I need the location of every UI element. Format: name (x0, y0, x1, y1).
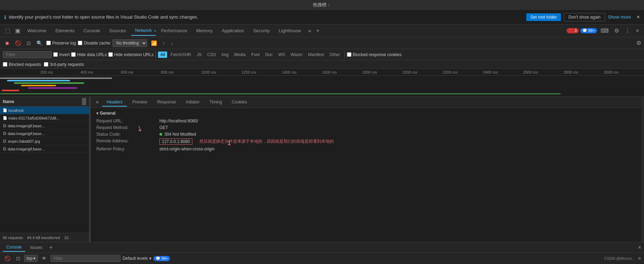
filter-type-wasm[interactable]: Wasm (289, 52, 305, 58)
tab-application[interactable]: Application (218, 26, 248, 35)
search-button[interactable]: 🔍 (35, 39, 44, 47)
add-console-tab-button[interactable]: + (47, 244, 55, 251)
tab-memory[interactable]: Memory (192, 26, 217, 35)
import-button[interactable]: ↑ (161, 39, 167, 47)
item-icon-gif1: 🖼 (3, 124, 6, 128)
eye-button[interactable]: 👁 (40, 255, 48, 262)
disable-cache-input[interactable] (78, 41, 82, 45)
detail-tab-initiator[interactable]: Initiator (181, 98, 204, 107)
referrer-policy-key: Referrer Policy: (96, 147, 159, 151)
tab-console[interactable]: Console (79, 26, 104, 35)
add-tab-button[interactable]: + (314, 26, 321, 35)
filter-type-fetch[interactable]: Fetch/XHR (169, 52, 193, 58)
filter-type-other[interactable]: Other (328, 52, 342, 58)
detail-close-button[interactable]: × (94, 99, 101, 106)
request-item-gif1[interactable]: 🖼 data:image/gif;base... (0, 122, 89, 130)
filter-divider (156, 52, 156, 58)
filter-type-media[interactable]: Media (232, 52, 248, 58)
clear-console-button[interactable]: 🚫 (3, 255, 12, 262)
status-code-key: Status Code: (96, 132, 159, 137)
transferred-size: 84.4 kB transferred (27, 236, 60, 240)
blocked-requests-checkbox[interactable]: Blocked requests (3, 62, 41, 67)
filter-bar: Invert Hide data URLs Hide extension URL… (0, 49, 644, 60)
tab-lighthouse[interactable]: Lighthouse (275, 26, 306, 35)
console-tab-issues[interactable]: Issues (27, 244, 46, 251)
clear-button[interactable]: 🚫 (13, 39, 23, 47)
invert-checkbox[interactable]: Invert (53, 52, 70, 57)
detail-tab-headers[interactable]: Headers (102, 98, 126, 107)
more-options-button[interactable]: ⋮ (623, 26, 632, 35)
console-tab-console[interactable]: Console (3, 243, 25, 252)
filter-type-img[interactable]: Img (219, 52, 231, 58)
detail-tab-timing[interactable]: Timing (205, 98, 226, 107)
blocked-cookies-input[interactable] (347, 52, 351, 57)
dont-show-again-button[interactable]: Don't show again (564, 13, 605, 21)
request-item-index[interactable]: 📄 index.63173af5d269e672d8... (0, 114, 89, 122)
inspect-element-button[interactable]: ⬚ (3, 26, 12, 35)
export-button[interactable]: ↓ (169, 39, 175, 47)
console-filter-input[interactable] (50, 255, 121, 262)
general-section-header: General (96, 111, 636, 116)
top-selector[interactable]: top ▾ (24, 255, 38, 262)
detail-tab-response[interactable]: Response (153, 98, 180, 107)
filter-type-ws[interactable]: WS (276, 52, 287, 58)
tab-elements[interactable]: Elements (51, 26, 78, 35)
item-icon-index: 📄 (3, 116, 7, 120)
detail-tab-preview[interactable]: Preview (128, 98, 152, 107)
blocked-requests-input[interactable] (3, 62, 7, 67)
request-item-xinpin[interactable]: 🖼 xinpin.0abdd07.jpg (0, 137, 89, 145)
detail-tab-cookies[interactable]: Cookies (227, 98, 251, 107)
wifi-conditions-button[interactable]: 📶 (149, 39, 159, 47)
filter-type-css[interactable]: CSS (205, 52, 218, 58)
filter-type-js[interactable]: JS (195, 52, 204, 58)
hide-ext-urls-checkbox[interactable]: Hide extension URLs (108, 52, 154, 57)
console-tab-right: × (638, 244, 641, 251)
settings-button[interactable]: ⚙ (612, 26, 621, 35)
record-button[interactable]: ⏺ (3, 39, 11, 47)
blocked-cookies-checkbox[interactable]: Blocked response cookies (347, 52, 402, 57)
tab-welcome[interactable]: Welcome (23, 26, 50, 35)
console-info-badge: 💬 99+ (153, 256, 170, 261)
remote-devices-button[interactable]: ⌨ (598, 26, 611, 35)
preserve-log-input[interactable] (46, 41, 51, 45)
device-mode-button[interactable]: ▣ (13, 26, 22, 35)
filter-input[interactable] (3, 51, 52, 58)
hide-data-urls-input[interactable] (71, 52, 76, 57)
request-item-gif3[interactable]: 🖼 data:image/gif;base... (0, 145, 89, 153)
filter-type-font[interactable]: Font (249, 52, 262, 58)
invert-input[interactable] (53, 52, 58, 57)
hide-ext-urls-input[interactable] (108, 52, 113, 57)
ruler-1600: 1600 ms (322, 70, 362, 74)
show-more-link[interactable]: Show more (608, 14, 631, 20)
close-console-button[interactable]: × (638, 244, 641, 251)
third-party-checkbox[interactable]: 3rd-party requests (44, 62, 84, 67)
network-settings-button[interactable]: ⚙ (636, 40, 641, 46)
set-root-folder-button[interactable]: Set root folder (526, 13, 561, 21)
tab-network[interactable]: Network (131, 26, 156, 36)
tab-sources[interactable]: Sources (105, 26, 130, 35)
tab-performance[interactable]: Performance (157, 26, 191, 35)
notification-close-button[interactable]: × (637, 14, 640, 20)
sort-handle[interactable] (82, 98, 86, 106)
throttle-select[interactable]: No throttling (112, 39, 147, 47)
ruler-2200: 2200 ms (443, 70, 483, 74)
hide-data-urls-checkbox[interactable]: Hide data URLs (71, 52, 107, 57)
notification-bar: ℹ Identify your project's root folder to… (0, 10, 644, 25)
waterfall-bar-6 (2, 90, 19, 91)
vertical-scrollbar[interactable] (641, 97, 644, 242)
request-item-localhost[interactable]: 📄 localhost (0, 107, 89, 114)
bottom-settings-icon[interactable]: ⚙ (638, 256, 641, 261)
preserve-log-checkbox[interactable]: Preserve log (46, 41, 76, 46)
filter-button[interactable]: ⊡ (25, 39, 33, 47)
top-bar: 热搜榜： (0, 0, 644, 10)
more-tabs-button[interactable]: » (306, 26, 313, 35)
filter-type-manifest[interactable]: Manifest (306, 52, 326, 58)
disable-cache-checkbox[interactable]: Disable cache (78, 41, 110, 46)
filter-type-doc[interactable]: Doc (263, 52, 275, 58)
request-item-gif2[interactable]: 🖼 data:image/gif;base... (0, 130, 89, 137)
third-party-input[interactable] (44, 62, 48, 67)
tab-security[interactable]: Security (249, 26, 274, 35)
filter-type-all[interactable]: All (158, 52, 167, 58)
console-filter-toggle[interactable]: ⊡ (14, 255, 22, 262)
close-devtools-button[interactable]: × (634, 26, 641, 35)
